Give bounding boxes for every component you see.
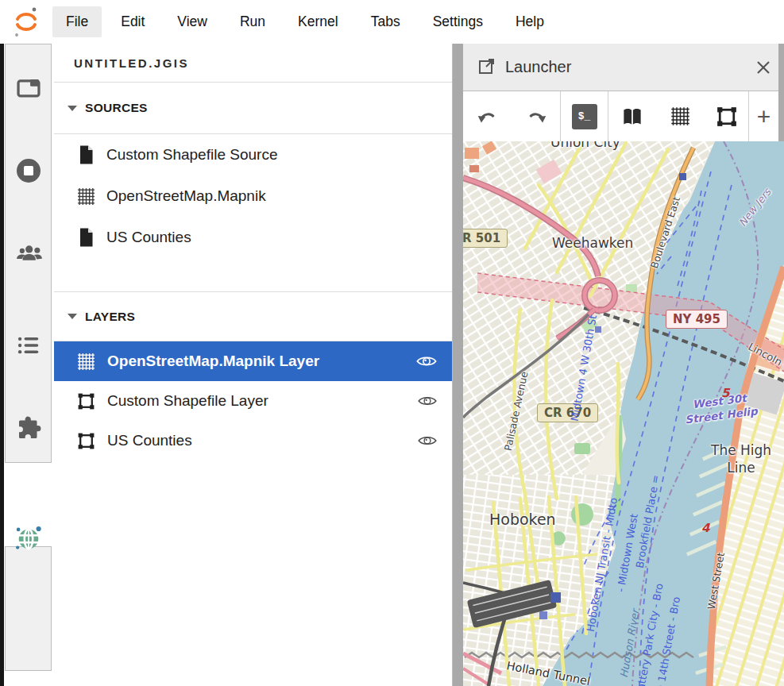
menu-settings[interactable]: Settings (419, 6, 496, 37)
menu-edit[interactable]: Edit (107, 6, 158, 37)
layer-label: Custom Shapefile Layer (107, 392, 417, 410)
road-shield-cr670: CR 670 (537, 403, 598, 422)
gis-globe-icon (13, 523, 44, 557)
identify-button[interactable] (608, 91, 655, 141)
layer-label: OpenStreetMap.Mapnik Layer (107, 353, 415, 370)
map-toolbar: $_ + (463, 91, 778, 141)
sources-section-header[interactable]: SOURCES (54, 83, 452, 134)
file-browser-tab[interactable] (4, 71, 52, 106)
file-icon (76, 227, 97, 248)
menu-run[interactable]: Run (226, 6, 279, 37)
menu-help[interactable]: Help (502, 6, 558, 37)
layer-row-custom-shapefile[interactable]: Custom Shapefile Layer (54, 381, 452, 421)
source-item-label: OpenStreetMap.Mapnik (106, 187, 266, 205)
road-shield-cr501: R 501 (463, 229, 508, 248)
launcher-icon (477, 56, 496, 79)
raster-grid-icon (76, 186, 97, 206)
visibility-eye-icon[interactable] (417, 393, 438, 409)
new-vector-layer-button[interactable] (705, 91, 748, 141)
collaboration-tab[interactable] (4, 238, 52, 273)
source-item-label: Custom Shapefile Source (106, 146, 277, 164)
plus-icon: + (757, 105, 771, 129)
visibility-eye-icon[interactable] (415, 353, 438, 370)
menu-bar: File Edit View Run Kernel Tabs Settings … (0, 0, 784, 44)
sources-header-label: SOURCES (85, 101, 148, 115)
add-button[interactable]: + (749, 91, 778, 141)
redo-button[interactable] (512, 91, 560, 141)
tab-launcher[interactable]: Launcher (463, 56, 743, 79)
map-label-route-5: 5 (721, 386, 729, 400)
undo-button[interactable] (463, 91, 512, 141)
source-item-us-counties[interactable]: US Counties (54, 217, 452, 258)
users-icon (14, 241, 44, 271)
book-icon (620, 106, 644, 128)
vector-polygon-icon (715, 105, 739, 129)
tab-launcher-label: Launcher (505, 58, 571, 76)
menu-kernel[interactable]: Kernel (284, 6, 352, 37)
road-shield-ny495: NY 495 (666, 310, 728, 329)
file-icon (76, 145, 97, 165)
jgis-left-panel: UNTITLED.JGIS SOURCES Custom Shapefile S… (54, 44, 453, 686)
menu-view[interactable]: View (164, 6, 221, 37)
terminal-button[interactable]: $_ (561, 91, 608, 141)
caret-down-icon (68, 106, 77, 111)
source-item-custom-shapefile[interactable]: Custom Shapefile Source (54, 134, 452, 175)
dock-tab-bar: Launcher (463, 44, 784, 91)
map-label-hoboken: Hoboken (489, 511, 556, 528)
folder-icon (15, 75, 42, 102)
layers-section-header[interactable]: LAYERS (54, 292, 452, 341)
jupytergis-tab[interactable] (4, 522, 52, 557)
raster-grid-icon (76, 351, 97, 372)
jupyter-logo (0, 0, 52, 44)
map-label-union-city: Union City (550, 141, 620, 150)
vector-polygon-icon (76, 391, 97, 411)
dock-right-edge (778, 44, 784, 141)
undo-icon (476, 106, 500, 127)
map-canvas[interactable]: Union City Weehawken Hoboken The HighLin… (463, 141, 784, 686)
caret-down-icon (68, 314, 77, 319)
vector-polygon-icon (76, 430, 97, 451)
map-label-high-line: The HighLine (711, 441, 771, 476)
raster-grid-icon (670, 106, 691, 127)
layer-row-us-counties[interactable]: US Counties (54, 421, 452, 461)
extensions-tab[interactable] (4, 413, 52, 448)
list-icon (15, 333, 42, 360)
map-label-route-4: 4 (701, 521, 709, 535)
panel-splitter[interactable] (453, 44, 463, 686)
menu-file[interactable]: File (52, 6, 102, 37)
source-item-label: US Counties (106, 229, 191, 246)
table-of-contents-tab[interactable] (4, 330, 52, 364)
source-item-openstreetmap[interactable]: OpenStreetMap.Mapnik (54, 175, 452, 217)
document-title: UNTITLED.JGIS (54, 44, 452, 83)
new-raster-layer-button[interactable] (655, 91, 705, 141)
layer-row-openstreetmap[interactable]: OpenStreetMap.Mapnik Layer (54, 341, 452, 381)
sidebar-tab-group-lower (5, 546, 52, 671)
terminal-icon: $_ (572, 104, 597, 129)
activity-sidebar (4, 44, 54, 686)
running-kernels-tab[interactable] (4, 155, 52, 190)
redo-icon (524, 106, 548, 127)
stop-circle-icon (14, 156, 43, 188)
layers-header-label: LAYERS (85, 310, 135, 324)
menu-tabs[interactable]: Tabs (357, 6, 414, 37)
layer-label: US Counties (107, 432, 417, 449)
puzzle-icon (14, 414, 43, 446)
map-label-weehawken: Weehawken (552, 235, 633, 251)
visibility-eye-icon[interactable] (417, 433, 438, 449)
